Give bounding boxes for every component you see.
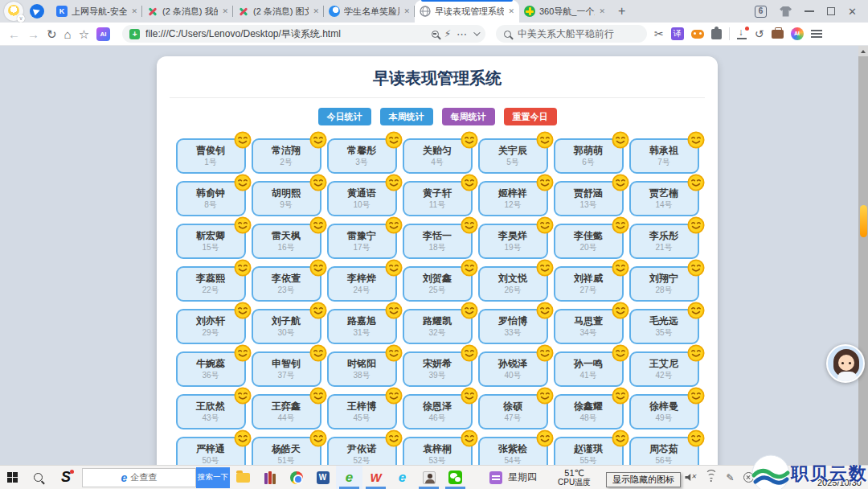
word-icon[interactable]: W: [309, 466, 336, 489]
menu-icon[interactable]: [811, 30, 822, 38]
student-card[interactable]: 胡明熙 9号: [252, 181, 321, 216]
student-card[interactable]: 王梓博 45号: [327, 394, 397, 429]
tab-student-list[interactable]: 学生名单笑脸展 ✕: [324, 0, 415, 23]
wechat-icon[interactable]: [442, 466, 469, 489]
weekly-stats-button[interactable]: 每周统计: [442, 108, 495, 125]
student-card[interactable]: 王艾尼 42号: [629, 351, 699, 387]
address-bar[interactable]: file:///C:/Users/Lenovo/Desktop/早读系统.htm…: [122, 25, 485, 43]
quick-search-text[interactable]: 企查查: [130, 471, 157, 483]
student-card[interactable]: 王弈鑫 44号: [252, 394, 321, 429]
forward-icon[interactable]: →: [27, 28, 39, 40]
volume-muted-icon[interactable]: ✕: [685, 473, 696, 482]
maximize-button[interactable]: [827, 7, 835, 15]
student-card[interactable]: 牛婉蕊 36号: [176, 351, 246, 387]
student-card[interactable]: 申智钊 37号: [252, 351, 321, 387]
student-card[interactable]: 罗怡博 33号: [478, 309, 548, 344]
student-card[interactable]: 严梓通 50号: [176, 437, 246, 465]
student-card[interactable]: 韩俞钟 8号: [176, 181, 246, 216]
student-card[interactable]: 路耀凯 32号: [403, 309, 473, 344]
student-card[interactable]: 曹俊钊 1号: [176, 138, 246, 174]
taskbar-search-icon[interactable]: [24, 466, 51, 489]
wps-icon[interactable]: W: [362, 466, 389, 489]
student-card[interactable]: 徐梓曼 49号: [629, 394, 699, 429]
tab-reading-system-active[interactable]: 早读表现管理系统 ✕: [415, 0, 519, 23]
browser-logo-icon[interactable]: [30, 4, 44, 18]
ie-browser-icon[interactable]: e: [389, 466, 416, 489]
quick-search-box[interactable]: e 企查查: [82, 468, 196, 487]
student-card[interactable]: 李依萱 23号: [252, 266, 321, 302]
student-card[interactable]: 时铭阳 38号: [327, 351, 397, 387]
week-stats-button[interactable]: 本周统计: [380, 108, 433, 125]
taskbar-date[interactable]: 2025/10/30: [817, 478, 862, 487]
site-safety-shield-icon[interactable]: [129, 29, 140, 39]
student-card[interactable]: 毛光远 35号: [629, 309, 699, 344]
student-card[interactable]: 刘贺鑫 25号: [403, 266, 473, 302]
student-card[interactable]: 王欣然 43号: [176, 394, 246, 429]
game-center-icon[interactable]: [691, 30, 704, 39]
home-icon[interactable]: ⌂: [64, 28, 72, 40]
today-stats-button[interactable]: 今日统计: [318, 108, 371, 125]
tab-close-icon[interactable]: ✕: [222, 7, 228, 15]
cpu-temp-widget[interactable]: 51℃ CPU温度: [558, 468, 591, 487]
student-card[interactable]: 路嘉旭 31号: [327, 309, 397, 344]
close-button[interactable]: ✕: [848, 6, 857, 17]
student-card[interactable]: 李昊烊 19号: [478, 224, 548, 259]
bookmark-star-icon[interactable]: ☆: [79, 28, 89, 40]
student-card[interactable]: 刘祥威 27号: [554, 266, 624, 302]
search-now-button[interactable]: 搜索一下: [196, 467, 230, 488]
student-card[interactable]: 赵谨琪 55号: [554, 437, 624, 465]
student-card[interactable]: 靳宏卿 15号: [176, 224, 246, 259]
student-card[interactable]: 宋妍希 39号: [403, 351, 473, 387]
browser-assistant-mascot-icon[interactable]: [4, 2, 23, 21]
student-card[interactable]: 张紫桧 54号: [478, 437, 548, 465]
student-card[interactable]: 常洁翔 2号: [252, 138, 321, 174]
student-card[interactable]: 贾舒涵 13号: [554, 181, 624, 216]
tab-navigation[interactable]: K 上网导航-安全实 ✕: [51, 0, 142, 23]
download-icon[interactable]: [737, 29, 747, 39]
tab-close-icon[interactable]: ✕: [599, 7, 605, 15]
tab-close-icon[interactable]: ✕: [131, 7, 137, 15]
tab-messages-2[interactable]: (2 条消息) 图文: ✕: [233, 0, 324, 23]
books-app-icon[interactable]: [256, 466, 283, 489]
chevron-down-icon[interactable]: [473, 29, 480, 35]
student-card[interactable]: 李蕊熙 22号: [176, 266, 246, 302]
student-card[interactable]: 尹依诺 52号: [327, 437, 397, 465]
student-card[interactable]: 关宇辰 5号: [478, 138, 548, 174]
student-card[interactable]: 常馨彤 3号: [327, 138, 397, 174]
student-card[interactable]: 孙一鸣 41号: [554, 351, 624, 387]
student-card[interactable]: 雷豫宁 17号: [327, 224, 397, 259]
scrollbar-thumb[interactable]: [860, 205, 867, 237]
extensions-icon[interactable]: [711, 29, 722, 39]
eject-circle-icon[interactable]: [743, 472, 754, 483]
student-card[interactable]: 李恬一 18号: [403, 224, 473, 259]
calendar-widget[interactable]: 星期四: [489, 466, 537, 489]
student-card[interactable]: 黄通语 10号: [327, 181, 397, 216]
tab-close-icon[interactable]: ✕: [403, 7, 410, 15]
file-explorer-icon[interactable]: [230, 466, 256, 489]
browser-colorwheel-icon[interactable]: [283, 466, 309, 489]
student-card[interactable]: 李梓烨 24号: [327, 266, 397, 302]
sogou-app-icon[interactable]: S: [51, 466, 80, 489]
ai-assistant-icon[interactable]: AI: [96, 27, 110, 41]
student-card[interactable]: 袁梓桐 53号: [403, 437, 473, 465]
back-icon[interactable]: ←: [8, 28, 20, 40]
zoom-out-icon[interactable]: [432, 31, 439, 38]
scrollbar-up-arrow-icon[interactable]: [858, 46, 868, 56]
student-card[interactable]: 李乐彤 21号: [629, 224, 699, 259]
search-query-text[interactable]: 中美关系大船平稳前行: [518, 27, 614, 41]
lightning-icon[interactable]: ⚡: [444, 28, 451, 39]
student-card[interactable]: 杨皓天 51号: [252, 437, 321, 465]
workspace-briefcase-icon[interactable]: [772, 30, 784, 39]
start-button[interactable]: [0, 466, 24, 489]
student-card[interactable]: 徐硕 47号: [478, 394, 548, 429]
student-card[interactable]: 关贻匀 4号: [403, 138, 473, 174]
student-card[interactable]: 孙锐泽 40号: [478, 351, 548, 387]
screenshot-scissors-icon[interactable]: ✂: [654, 28, 664, 39]
scrollbar[interactable]: [858, 46, 868, 465]
student-card[interactable]: 刘亦轩 29号: [176, 309, 246, 344]
student-card[interactable]: 徐恩泽 46号: [403, 394, 473, 429]
tab-close-icon[interactable]: ✕: [313, 7, 319, 15]
student-card[interactable]: 雷天枫 16号: [252, 224, 321, 259]
wifi-icon[interactable]: [705, 473, 717, 482]
360-browser-icon[interactable]: e: [336, 466, 362, 489]
